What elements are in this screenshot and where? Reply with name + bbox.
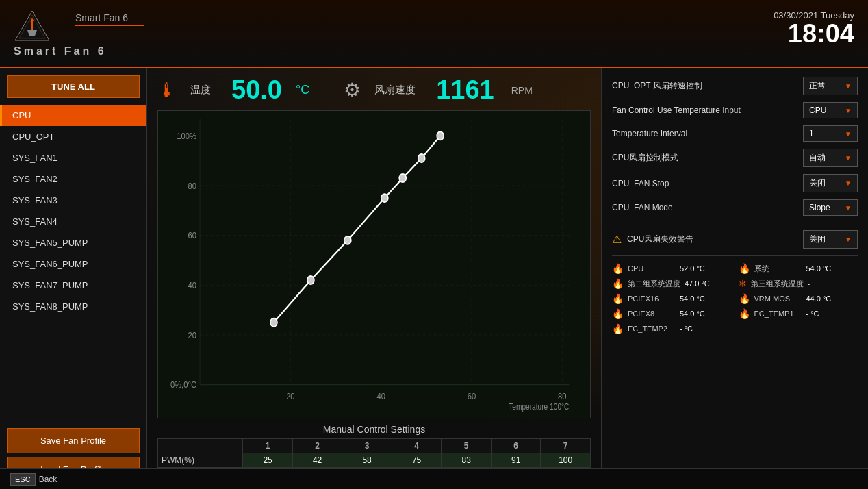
sensor-cpu-name: CPU bbox=[628, 264, 676, 273]
sidebar-item-sys-fan3[interactable]: SYS_FAN3 bbox=[0, 190, 146, 211]
svg-point-30 bbox=[344, 236, 351, 244]
sensor-ec-temp1-value: - °C bbox=[806, 310, 819, 318]
logo-text: Smart Fan 6 bbox=[14, 45, 107, 58]
sensor-ec-temp2: 🔥 EC_TEMP2 - °C bbox=[612, 323, 732, 334]
svg-point-34 bbox=[437, 131, 444, 140]
fan-failure-warning-row: ⚠ CPU风扇失效警告 关闭▼ bbox=[612, 230, 858, 249]
sidebar-item-sys-fan2[interactable]: SYS_FAN2 bbox=[0, 168, 146, 190]
svg-point-33 bbox=[418, 154, 425, 162]
cpu-fan-control-mode-select[interactable]: 自动▼ bbox=[803, 149, 858, 167]
esc-key-label: ESC bbox=[10, 473, 36, 486]
cpu-fan-stop-select[interactable]: 关闭▼ bbox=[803, 174, 858, 192]
fan-icon: ⚙ bbox=[344, 79, 361, 101]
sensor-sys2-icon: 🔥 bbox=[612, 278, 624, 289]
sensor-ec-temp2-name: EC_TEMP2 bbox=[628, 325, 676, 333]
center-panel: 🌡 温度 50.0 °C ⚙ 风扇速度 1161 RPM bbox=[147, 68, 601, 489]
sensor-pciex16-icon: 🔥 bbox=[612, 293, 624, 304]
sensor-pciex8-name: PCIEX8 bbox=[628, 310, 676, 318]
sensor-vrmmos: 🔥 VRM MOS 44.0 °C bbox=[739, 293, 858, 304]
col-label-header bbox=[158, 439, 243, 453]
sensor-vrmmos-name: VRM MOS bbox=[754, 294, 802, 303]
sidebar-item-sys-fan5[interactable]: SYS_FAN5_PUMP bbox=[0, 232, 146, 253]
sensor-cpu: 🔥 CPU 52.0 °C bbox=[612, 263, 732, 274]
fan-control-temp-input-label: Fan Control Use Temperature Input bbox=[612, 105, 797, 115]
sensor-sys2-name: 第二组系统温度 bbox=[628, 279, 680, 289]
temp-interval-select[interactable]: 1▼ bbox=[803, 125, 858, 142]
manual-control-title: Manual Control Settings bbox=[157, 424, 591, 435]
sidebar-item-sys-fan6[interactable]: SYS_FAN6_PUMP bbox=[0, 253, 146, 275]
pwm-row-label: PWM(%) bbox=[158, 453, 243, 468]
sensor-sys3-icon: ❄ bbox=[739, 278, 747, 289]
fan-control-temp-input-select[interactable]: CPU▼ bbox=[803, 102, 858, 118]
sensor-ec-temp1-icon: 🔥 bbox=[739, 308, 750, 319]
sensor-pciex16-name: PCIEX16 bbox=[628, 294, 676, 303]
sensor-system-icon: 🔥 bbox=[739, 263, 750, 274]
cpu-fan-mode-label: CPU_FAN Mode bbox=[612, 203, 797, 212]
pwm-5[interactable]: 83 bbox=[442, 453, 492, 468]
fan-failure-warning-select[interactable]: 关闭▼ bbox=[803, 230, 858, 249]
temp-interval-label: Temperature Interval bbox=[612, 129, 797, 138]
pwm-7[interactable]: 100 bbox=[541, 453, 591, 468]
sidebar-item-sys-fan7[interactable]: SYS_FAN7_PUMP bbox=[0, 275, 146, 296]
sidebar-item-cpu[interactable]: CPU bbox=[0, 105, 146, 126]
chart-svg: 0%,0°C 20 40 60 80 100% 20 40 60 80 Temp… bbox=[158, 111, 590, 418]
time-display: 18:04 bbox=[774, 21, 854, 47]
pwm-4[interactable]: 75 bbox=[392, 453, 442, 468]
cpu-fan-mode-select[interactable]: Slope▼ bbox=[803, 199, 858, 216]
col-1-header: 1 bbox=[243, 439, 293, 453]
divider-1 bbox=[612, 223, 858, 223]
save-fan-profile-button[interactable]: Save Fan Profile bbox=[7, 428, 140, 453]
divider-2 bbox=[612, 255, 858, 256]
temperature-icon: 🌡 bbox=[157, 79, 177, 101]
sensor-sys3-name: 第三组系统温度 bbox=[751, 279, 804, 289]
cpu-fan-mode-row: CPU_FAN Mode Slope▼ bbox=[612, 199, 858, 216]
svg-point-31 bbox=[381, 194, 388, 202]
sensor-ec-temp2-icon: 🔥 bbox=[612, 323, 624, 334]
sensor-system-name: 系统 bbox=[754, 264, 802, 274]
tune-all-button[interactable]: TUNE ALL bbox=[7, 75, 140, 98]
fan-curve-chart[interactable]: 0%,0°C 20 40 60 80 100% 20 40 60 80 Temp… bbox=[157, 110, 591, 418]
pwm-3[interactable]: 58 bbox=[342, 453, 392, 468]
datetime-display: 03/30/2021 Tuesday 18:04 bbox=[774, 10, 854, 47]
sensor-sys3: ❄ 第三组系统温度 - bbox=[739, 278, 858, 289]
sensor-sys3-value: - bbox=[808, 279, 810, 288]
cpu-opt-fan-control-row: CPU_OPT 风扇转速控制 正常▼ bbox=[612, 77, 858, 95]
col-4-header: 4 bbox=[392, 439, 442, 453]
cpu-fan-control-mode-label: CPU风扇控制模式 bbox=[612, 152, 797, 164]
main-layout: TUNE ALL CPU CPU_OPT SYS_FAN1 SYS_FAN2 S… bbox=[0, 68, 868, 489]
col-2-header: 2 bbox=[292, 439, 342, 453]
cpu-fan-stop-label: CPU_FAN Stop bbox=[612, 179, 797, 188]
sensor-ec-temp2-value: - °C bbox=[680, 325, 693, 333]
sensor-system-value: 54.0 °C bbox=[806, 264, 832, 273]
sidebar-item-sys-fan8[interactable]: SYS_FAN8_PUMP bbox=[0, 296, 146, 317]
cpu-opt-fan-control-select[interactable]: 正常▼ bbox=[803, 77, 858, 95]
rpm-value: 1161 bbox=[436, 75, 494, 105]
sensor-system: 🔥 系统 54.0 °C bbox=[739, 263, 858, 274]
svg-text:60: 60 bbox=[468, 391, 476, 401]
sensor-ec-temp1-name: EC_TEMP1 bbox=[754, 310, 802, 318]
footer: ESC Back bbox=[0, 468, 868, 489]
cpu-fan-control-mode-row: CPU风扇控制模式 自动▼ bbox=[612, 149, 858, 167]
svg-text:Temperature 100°C: Temperature 100°C bbox=[509, 402, 569, 411]
cpu-opt-fan-control-label: CPU_OPT 风扇转速控制 bbox=[612, 80, 797, 92]
sensor-pciex8-value: 54.0 °C bbox=[680, 310, 705, 318]
pwm-2[interactable]: 42 bbox=[292, 453, 342, 468]
sidebar-item-cpu-opt[interactable]: CPU_OPT bbox=[0, 126, 146, 147]
svg-text:80: 80 bbox=[188, 181, 197, 191]
fan-failure-warning-label: CPU风扇失效警告 bbox=[627, 234, 797, 245]
right-panel: CPU_OPT 风扇转速控制 正常▼ Fan Control Use Tempe… bbox=[601, 68, 868, 489]
svg-rect-5 bbox=[158, 111, 590, 418]
pwm-6[interactable]: 91 bbox=[491, 453, 541, 468]
sensor-sys2-value: 47.0 °C bbox=[685, 279, 710, 288]
pwm-1[interactable]: 25 bbox=[243, 453, 293, 468]
temp-value: 50.0 bbox=[231, 75, 282, 105]
sensor-sys2: 🔥 第二组系统温度 47.0 °C bbox=[612, 278, 732, 289]
col-3-header: 3 bbox=[342, 439, 392, 453]
sensor-cpu-value: 52.0 °C bbox=[680, 264, 705, 273]
temp-interval-row: Temperature Interval 1▼ bbox=[612, 125, 858, 142]
app-title-underline bbox=[75, 25, 144, 26]
sidebar-item-sys-fan4[interactable]: SYS_FAN4 bbox=[0, 211, 146, 232]
sidebar-item-sys-fan1[interactable]: SYS_FAN1 bbox=[0, 147, 146, 168]
warning-icon: ⚠ bbox=[612, 233, 622, 246]
svg-text:60: 60 bbox=[188, 231, 197, 241]
